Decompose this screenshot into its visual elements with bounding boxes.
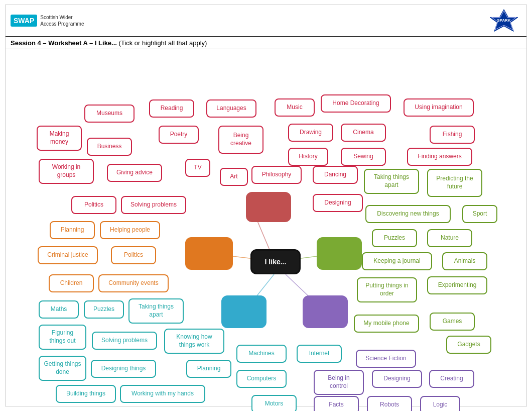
tag-languages[interactable]: Languages	[206, 99, 256, 118]
tag-museums[interactable]: Museums	[84, 105, 135, 123]
tag-music[interactable]: Music	[275, 98, 315, 117]
tag-finding-answers[interactable]: Finding answers	[407, 148, 472, 166]
tag-reading[interactable]: Reading	[149, 99, 194, 118]
tag-being-control[interactable]: Being in control	[314, 370, 364, 395]
tag-internet[interactable]: Internet	[297, 345, 342, 363]
tag-getting-things-done[interactable]: Getting things done	[39, 356, 86, 381]
blob-orange[interactable]	[185, 237, 233, 270]
tag-fishing[interactable]: Fishing	[430, 126, 475, 144]
tag-animals[interactable]: Animals	[442, 252, 487, 270]
tag-art[interactable]: Art	[220, 168, 248, 186]
header: SWAP Scottish Wider Access Programme SPA…	[6, 5, 526, 37]
tag-discovering[interactable]: Discovering new things	[365, 205, 451, 223]
tag-my-mobile[interactable]: My mobile phone	[354, 315, 419, 333]
tag-history[interactable]: History	[288, 148, 328, 166]
tag-dancing[interactable]: Dancing	[313, 166, 358, 184]
blob-red[interactable]	[246, 192, 291, 222]
tag-using-imagination[interactable]: Using imagination	[404, 98, 474, 117]
tag-motors[interactable]: Motors	[251, 395, 297, 411]
tag-designing-things[interactable]: Designing things	[91, 360, 156, 378]
center-hub[interactable]: I like...	[250, 249, 301, 274]
tag-facts[interactable]: Facts	[314, 396, 359, 411]
tag-cinema[interactable]: Cinema	[341, 124, 386, 142]
tag-politics1[interactable]: Politics	[71, 196, 116, 214]
tag-knowing-how[interactable]: Knowing how things work	[164, 329, 224, 354]
tag-creating[interactable]: Creating	[429, 370, 474, 388]
tag-designing-p[interactable]: Designing	[372, 370, 422, 388]
spark-logo: SPARK	[486, 8, 521, 33]
tag-sewing[interactable]: Sewing	[341, 148, 386, 166]
tag-maths[interactable]: Maths	[39, 300, 79, 319]
tag-puzzles-t[interactable]: Puzzles	[84, 300, 124, 319]
tag-politics2[interactable]: Politics	[111, 246, 156, 264]
tag-drawing[interactable]: Drawing	[288, 124, 333, 142]
blob-purple[interactable]	[303, 295, 348, 328]
tag-putting-order[interactable]: Putting things in order	[357, 277, 417, 302]
tag-puzzles-g[interactable]: Puzzles	[372, 229, 417, 247]
tag-home-decorating[interactable]: Home Decorating	[321, 94, 391, 113]
swap-subtitle: Scottish Wider Access Programme	[40, 14, 84, 27]
tag-solving-problems-t[interactable]: Solving problems	[92, 332, 157, 350]
tag-robots[interactable]: Robots	[367, 396, 412, 411]
tag-science-fiction[interactable]: Science Fiction	[356, 350, 416, 368]
tag-community-events[interactable]: Community events	[98, 274, 169, 292]
tag-poetry[interactable]: Poetry	[159, 126, 199, 144]
svg-text:SPARK: SPARK	[497, 18, 511, 23]
canvas: I like... MuseumsReadingLanguagesMusicHo…	[6, 49, 526, 411]
tag-helping-people[interactable]: Helping people	[100, 221, 160, 239]
tag-figuring-things-out[interactable]: Figuring things out	[39, 325, 86, 350]
tag-predicting-future[interactable]: Predicting the future	[427, 169, 482, 197]
session-title: Session 4 – Worksheet A – I Like...	[11, 39, 117, 47]
tag-children[interactable]: Children	[49, 274, 94, 292]
tag-philosophy[interactable]: Philosophy	[251, 166, 302, 184]
tag-taking-things-apart-t[interactable]: Taking things apart	[128, 298, 184, 324]
tag-being-creative[interactable]: Being creative	[218, 126, 263, 154]
tag-working-groups[interactable]: Working in groups	[39, 159, 94, 184]
tag-keeping-journal[interactable]: Keeping a journal	[362, 252, 432, 270]
tag-solving-problems-r[interactable]: Solving problems	[121, 196, 186, 214]
tag-sport[interactable]: Sport	[462, 205, 497, 223]
tag-taking-apart-g[interactable]: Taking things apart	[364, 169, 419, 194]
tag-games[interactable]: Games	[430, 313, 475, 331]
tag-criminal-justice[interactable]: Criminal justice	[38, 246, 98, 264]
blob-green[interactable]	[317, 237, 362, 270]
tag-giving-advice[interactable]: Giving advice	[107, 164, 162, 182]
tag-nature[interactable]: Nature	[427, 229, 472, 247]
page: SWAP Scottish Wider Access Programme SPA…	[5, 5, 527, 406]
tag-logic[interactable]: Logic	[420, 396, 460, 411]
swap-logo: SWAP Scottish Wider Access Programme	[11, 14, 84, 27]
tag-designing-red[interactable]: Designing	[313, 194, 363, 212]
blob-teal[interactable]	[221, 295, 267, 328]
session-subtitle: (Tick or highlight all that apply)	[119, 39, 207, 47]
tag-machines[interactable]: Machines	[236, 345, 287, 363]
tag-building-things[interactable]: Building things	[56, 385, 116, 403]
tag-planning-o[interactable]: Planning	[50, 221, 95, 239]
tag-gadgets[interactable]: Gadgets	[446, 336, 491, 354]
tag-making-money[interactable]: Making money	[37, 126, 82, 151]
tag-tv[interactable]: TV	[185, 159, 210, 177]
tag-business[interactable]: Business	[87, 138, 132, 156]
swap-box: SWAP	[11, 15, 37, 27]
tag-experimenting[interactable]: Experimenting	[427, 276, 487, 294]
tag-planning-t[interactable]: Planning	[186, 360, 231, 378]
tag-computers[interactable]: Computers	[236, 370, 287, 388]
title-bar: Session 4 – Worksheet A – I Like... (Tic…	[6, 37, 526, 49]
tag-working-hands[interactable]: Working with my hands	[120, 385, 205, 403]
